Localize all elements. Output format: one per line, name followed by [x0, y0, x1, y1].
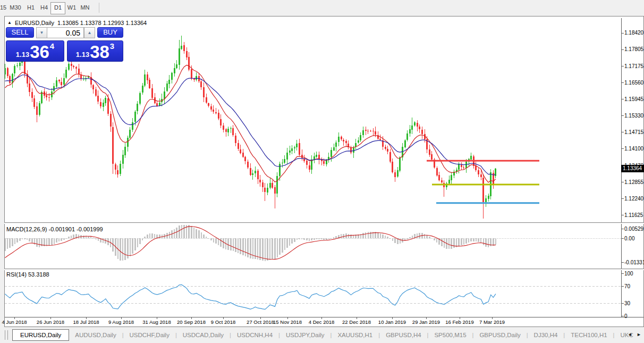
- date-axis-label: 10 Jan 2019: [374, 319, 411, 325]
- macd-pane-separator[interactable]: [4, 222, 644, 224]
- rsi-axis-tickmark: [621, 286, 624, 287]
- date-axis-label: 18 Jul 2018: [67, 319, 105, 325]
- chart-tab-gbpusd-h4[interactable]: GBPUSD,H4: [380, 332, 427, 338]
- date-axis-label: 15 Nov 2018: [269, 319, 306, 325]
- date-axis-tickmark: [50, 317, 51, 319]
- chart-tab-usdchf-daily[interactable]: USDCHF,Daily: [124, 332, 175, 338]
- date-axis-tickmark: [357, 317, 357, 319]
- price-axis-tick: 1.12855: [624, 179, 643, 185]
- price-axis-tickmark: [621, 132, 624, 132]
- price-axis-tickmark: [621, 182, 624, 182]
- chart-tab-usdjpy-daily[interactable]: USDJPY,Daily: [280, 332, 331, 338]
- ma-slow-line: [5, 75, 496, 175]
- date-axis-tickmark: [14, 317, 15, 319]
- sell-button[interactable]: SELL: [6, 27, 34, 38]
- price-axis-tick: 1.11625: [624, 212, 643, 218]
- chart-tab-audusd-daily[interactable]: AUDUSD,Daily: [69, 332, 122, 338]
- date-axis-tickmark: [392, 317, 393, 319]
- date-axis-tickmark: [426, 317, 427, 319]
- macd-axis-tick: 0.00: [624, 236, 634, 241]
- macd-axis-tick: -0.013317: [624, 260, 644, 265]
- tab-scroll-left-button[interactable]: ◄: [628, 332, 632, 337]
- date-axis-label: 26 Jun 2018: [32, 319, 69, 325]
- chart-tab-tech100-h1[interactable]: TECH100,H1: [565, 332, 613, 338]
- one-click-trading-panel: SELL ▼ ▲ BUY 1.13 36 4 1.13 38 3: [6, 27, 123, 62]
- price-axis-tickmark: [621, 66, 624, 66]
- chart-tab-gbpusd-daily[interactable]: GBPUSD,Daily: [473, 332, 526, 338]
- sell-price-sup: 4: [50, 41, 54, 51]
- price-axis-tick: 1.17805: [624, 46, 643, 52]
- chart-expand-icon[interactable]: ▲: [7, 20, 12, 26]
- date-axis-label: 22 Dec 2018: [338, 319, 375, 325]
- price-axis-tickmark: [621, 148, 624, 149]
- rsi-line: [5, 285, 496, 309]
- date-axis-tickmark: [121, 317, 122, 319]
- candles-layer: [4, 36, 539, 219]
- date-axis-tickmark: [86, 317, 87, 319]
- rsi-axis-tick: 70: [624, 283, 630, 289]
- price-axis-tickmark: [621, 49, 624, 50]
- rsi-axis-tick: 100: [624, 271, 633, 277]
- macd-axis-tickmark: [621, 262, 624, 263]
- date-axis-tickmark: [287, 317, 288, 319]
- date-axis-tickmark: [460, 317, 460, 319]
- rsi-axis-tick: 0: [624, 313, 628, 319]
- chart-symbol-label: EURUSD,Daily: [15, 20, 54, 26]
- rsi-axis-tickmark: [621, 273, 624, 274]
- chart-ohlc-values: 1.13085 1.13378 1.12993 1.13364: [57, 20, 147, 26]
- date-axis-tickmark: [321, 317, 322, 319]
- buy-price[interactable]: 1.13 38 3: [67, 40, 123, 62]
- sell-price-big: 36: [30, 44, 49, 60]
- macd-axis-tickmark: [621, 238, 624, 239]
- date-axis-label: 4 Dec 2018: [303, 319, 340, 325]
- chart-tab-sp500-m15[interactable]: SP500,M15: [428, 332, 472, 338]
- price-axis-tick: 1.15330: [624, 113, 643, 119]
- price-axis-tickmark: [621, 82, 624, 83]
- price-axis-tick: 1.17175: [624, 63, 643, 69]
- price-axis-tick: 1.12240: [624, 196, 643, 202]
- rsi-pane-separator[interactable]: [4, 269, 644, 270]
- volume-input[interactable]: [47, 27, 84, 38]
- date-axis-tickmark: [191, 317, 192, 319]
- date-axis-tickmark: [223, 317, 224, 319]
- date-axis-tickmark: [492, 317, 493, 319]
- date-axis-label: 29 Jan 2019: [408, 319, 445, 325]
- price-axis-tickmark: [621, 33, 624, 34]
- sell-price[interactable]: 1.13 36 4: [6, 40, 64, 62]
- current-price-tag: 1.13364: [621, 165, 644, 172]
- chart-tab-usdcad-daily[interactable]: USDCAD,Daily: [177, 332, 230, 338]
- date-axis-label: 4 Jun 2018: [0, 319, 33, 325]
- date-axis-line: [5, 317, 643, 317]
- macd-indicator-label: MACD(12,26,9) -0.001901 -0.001999: [6, 226, 103, 232]
- chart-tab-xauusd-h1[interactable]: XAUUSD,H1: [332, 332, 378, 338]
- rsi-axis-tickmark: [621, 316, 624, 316]
- price-axis-tick: 1.15945: [624, 96, 643, 102]
- price-axis-tick: 1.18420: [624, 30, 643, 36]
- rsi-axis-tick: 30: [624, 300, 630, 306]
- chart-tab-ukc[interactable]: UKC: [614, 332, 639, 338]
- rsi-indicator-label: RSI(14) 53.3188: [6, 271, 49, 278]
- chart-tab-usdcnh-h4[interactable]: USDCNH,H4: [231, 332, 278, 338]
- date-axis-label: 16 Feb 2019: [441, 319, 478, 325]
- chart-title-row: ▲ EURUSD,Daily 1.13085 1.13378 1.12993 1…: [7, 19, 147, 27]
- buy-price-big: 38: [90, 44, 109, 60]
- buy-price-prefix: 1.13: [76, 51, 89, 58]
- chart-tab-bar: EURUSD,DailyAUDUSD,Daily|USDCHF,Daily|US…: [0, 327, 644, 343]
- rsi-axis-tickmark: [621, 303, 624, 304]
- chart-tab-dj30-h4[interactable]: DJ30,H4: [528, 332, 564, 338]
- price-axis-tickmark: [621, 115, 624, 116]
- date-axis-label: 9 Oct 2018: [205, 319, 242, 325]
- volume-increase-button[interactable]: ▲: [84, 27, 95, 38]
- price-axis-tick: 1.16560: [624, 80, 643, 86]
- volume-decrease-button[interactable]: ▼: [36, 27, 47, 38]
- chart-tab-eurusd-daily[interactable]: EURUSD,Daily: [12, 329, 69, 341]
- date-axis-tickmark: [260, 317, 261, 319]
- price-axis-tick: 1.14715: [624, 129, 643, 135]
- tab-scroll-right-button[interactable]: ►: [637, 332, 641, 337]
- buy-button[interactable]: BUY: [97, 27, 123, 38]
- date-axis-label: 31 Aug 2018: [138, 319, 175, 325]
- price-axis-tick: 1.14100: [624, 146, 643, 152]
- tab-bar-grip: [5, 330, 8, 340]
- sell-price-prefix: 1.13: [16, 51, 29, 58]
- date-axis-tickmark: [157, 317, 157, 319]
